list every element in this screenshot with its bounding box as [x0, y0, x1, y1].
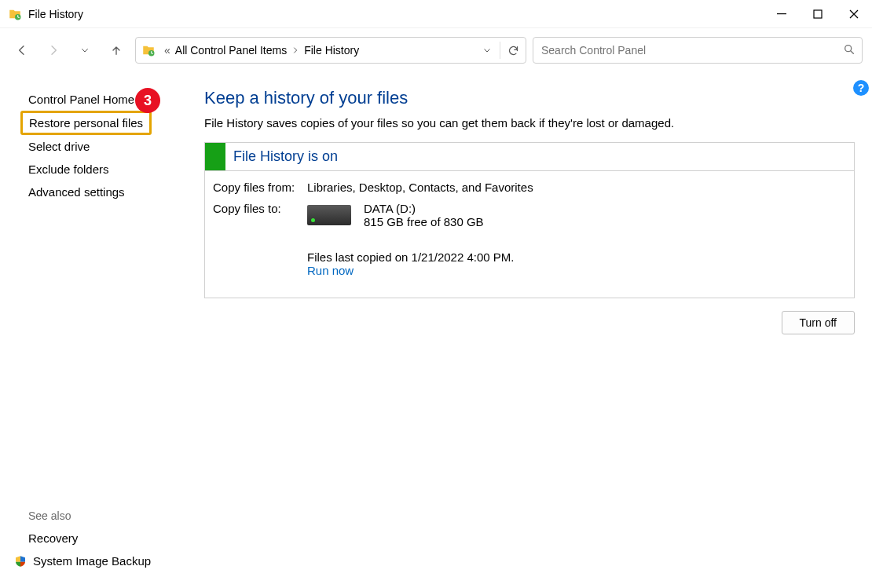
status-indicator — [205, 143, 225, 170]
annotation-badge: 3 — [135, 88, 160, 113]
address-dropdown[interactable] — [474, 38, 500, 63]
app-icon — [8, 7, 22, 21]
search-input[interactable] — [540, 43, 843, 57]
svg-point-4 — [845, 45, 852, 51]
page-title: Keep a history of your files — [204, 88, 855, 108]
window-title: File History — [28, 8, 764, 20]
page-description: File History saves copies of your files … — [204, 116, 855, 130]
status-title: File History is on — [233, 148, 338, 165]
sidebar-restore-personal-files[interactable]: Restore personal files — [20, 111, 152, 135]
copy-from-label: Copy files from: — [213, 181, 307, 194]
status-box: File History is on Copy files from: Libr… — [204, 142, 855, 298]
svg-rect-2 — [814, 10, 822, 18]
svg-rect-1 — [777, 13, 786, 14]
shield-icon — [14, 555, 27, 568]
refresh-button[interactable] — [500, 38, 526, 63]
search-icon[interactable] — [843, 43, 856, 58]
search-box[interactable] — [533, 37, 863, 64]
minimize-button[interactable] — [764, 0, 800, 27]
folder-icon — [141, 42, 156, 58]
window-buttons — [764, 0, 872, 27]
sidebar-system-image-backup[interactable]: System Image Backup — [14, 550, 204, 572]
recent-dropdown[interactable] — [72, 38, 97, 63]
copy-from-value: Libraries, Desktop, Contacts, and Favori… — [307, 181, 846, 194]
copy-to-label: Copy files to: — [213, 202, 307, 215]
close-button[interactable] — [836, 0, 872, 27]
up-button[interactable] — [104, 38, 129, 63]
breadcrumb-item1[interactable]: All Control Panel Items — [175, 44, 287, 57]
drive-icon — [307, 205, 351, 225]
body: 3 Control Panel Home Restore personal fi… — [0, 72, 872, 588]
sidebar-system-image-backup-label: System Image Backup — [33, 554, 151, 568]
nav-row: « All Control Panel Items File History — [0, 28, 872, 72]
main-content: ? Keep a history of your files File Hist… — [204, 88, 872, 588]
titlebar: File History — [0, 0, 872, 28]
sidebar-recovery[interactable]: Recovery — [28, 527, 204, 550]
drive-name: DATA (D:) — [364, 202, 484, 215]
maximize-button[interactable] — [800, 0, 836, 27]
overflow-chevron-icon[interactable]: « — [164, 44, 170, 57]
turn-off-button[interactable]: Turn off — [782, 311, 855, 334]
drive-free: 815 GB free of 830 GB — [364, 215, 484, 228]
sidebar: 3 Control Panel Home Restore personal fi… — [0, 88, 204, 588]
help-icon[interactable]: ? — [853, 80, 869, 96]
sidebar-advanced-settings[interactable]: Advanced settings — [28, 181, 204, 203]
drive-block: DATA (D:) 815 GB free of 830 GB — [307, 202, 846, 228]
sidebar-home[interactable]: Control Panel Home — [28, 88, 204, 111]
back-button[interactable] — [9, 38, 35, 63]
sidebar-exclude-folders[interactable]: Exclude folders — [28, 158, 204, 181]
run-now-link[interactable]: Run now — [307, 264, 354, 277]
status-header: File History is on — [205, 143, 854, 171]
sidebar-select-drive[interactable]: Select drive — [28, 135, 204, 158]
last-copied: Files last copied on 1/21/2022 4:00 PM. — [307, 250, 846, 264]
forward-button[interactable] — [41, 38, 66, 63]
breadcrumb-item2[interactable]: File History — [304, 44, 359, 57]
sidebar-recovery-label: Recovery — [28, 531, 78, 545]
address-bar[interactable]: « All Control Panel Items File History — [135, 37, 526, 64]
chevron-right-icon[interactable] — [291, 44, 299, 57]
see-also-heading: See also — [28, 509, 204, 522]
